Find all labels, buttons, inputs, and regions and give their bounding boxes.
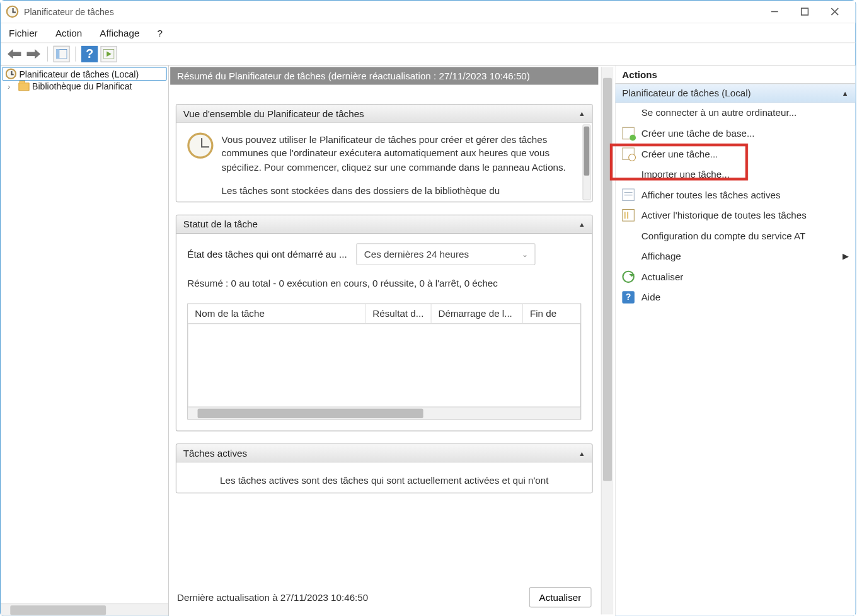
action-label: Configuration du compte du service AT	[641, 231, 806, 241]
table-body-empty	[188, 324, 580, 406]
actions-subheader[interactable]: Planificateur de tâches (Local) ▲	[616, 84, 856, 102]
action-view-submenu[interactable]: Affichage ▶	[616, 246, 856, 267]
overview-section-header[interactable]: Vue d'ensemble du Planificateur de tâche…	[176, 105, 592, 123]
menu-view[interactable]: Affichage	[97, 26, 142, 40]
last-refresh-label: Dernière actualisation à 27/11/2023 10:4…	[177, 592, 368, 603]
overview-text: Vous pouvez utiliser le Planificateur de…	[222, 132, 582, 174]
chevron-up-icon: ▲	[578, 220, 585, 228]
clock-icon	[6, 6, 19, 18]
summary-banner: Résumé du Planificateur de tâches (derni…	[170, 67, 598, 84]
toolbar: ?	[1, 42, 855, 65]
combo-value: Ces dernières 24 heures	[364, 249, 469, 260]
overview-title: Vue d'ensemble du Planificateur de tâche…	[183, 108, 364, 118]
chevron-down-icon: ⌄	[522, 250, 528, 259]
col-result[interactable]: Résultat d...	[365, 304, 431, 323]
toolbar-help-button[interactable]: ?	[81, 46, 98, 62]
title-bar: Planificateur de tâches	[1, 1, 855, 23]
document-wizard-icon	[622, 127, 635, 140]
menu-help[interactable]: ?	[154, 26, 165, 40]
chevron-right-icon: ▶	[843, 251, 849, 261]
action-refresh[interactable]: Actualiser	[616, 266, 856, 287]
overview-scrollbar[interactable]	[582, 124, 590, 200]
action-connect[interactable]: Se connecter à un autre ordinateur...	[616, 103, 856, 123]
tree-library[interactable]: › Bibliothèque du Planificat	[2, 81, 166, 92]
chevron-up-icon: ▲	[842, 89, 849, 97]
clock-icon	[6, 69, 16, 79]
svg-marker-5	[26, 49, 40, 59]
action-label: Aide	[641, 292, 660, 302]
status-section-header[interactable]: Statut de la tâche ▲	[176, 215, 592, 234]
col-end[interactable]: Fin de	[523, 304, 580, 323]
svg-rect-1	[802, 8, 808, 15]
toolbar-pane-button[interactable]	[54, 46, 70, 62]
svg-marker-9	[106, 51, 112, 57]
clock-icon	[187, 132, 213, 158]
toolbar-run-button[interactable]	[100, 46, 117, 62]
action-create-task[interactable]: Créer une tâche...	[616, 144, 856, 164]
status-summary: Résumé : 0 au total - 0 exécution en cou…	[187, 278, 581, 288]
menu-file[interactable]: Fichier	[6, 26, 40, 40]
action-import-task[interactable]: Importer une tâche...	[616, 164, 856, 185]
action-help[interactable]: Aide	[616, 287, 856, 308]
maximize-button[interactable]	[790, 1, 820, 22]
active-tasks-section: Tâches actives ▲ Les tâches actives sont…	[176, 443, 593, 493]
forward-button[interactable]	[25, 46, 42, 62]
back-button[interactable]	[6, 46, 23, 62]
actions-subtitle: Planificateur de tâches (Local)	[622, 88, 751, 98]
menu-action[interactable]: Action	[53, 26, 85, 40]
action-label: Afficher toutes les tâches actives	[641, 190, 781, 200]
tree-root[interactable]: Planificateur de tâches (Local)	[2, 67, 166, 81]
refresh-button[interactable]: Actualiser	[529, 587, 591, 608]
action-label: Affichage	[641, 251, 681, 261]
tree-library-label: Bibliothèque du Planificat	[32, 81, 132, 91]
action-at-config[interactable]: Configuration du compte du service AT	[616, 225, 856, 246]
chevron-right-icon: ›	[8, 82, 14, 91]
status-title: Statut de la tâche	[183, 219, 258, 229]
footer-row: Dernière actualisation à 27/11/2023 10:4…	[170, 581, 598, 614]
tree-root-label: Planificateur de tâches (Local)	[19, 69, 139, 79]
help-icon	[622, 291, 635, 304]
actions-pane: Actions Planificateur de tâches (Local) …	[614, 66, 855, 615]
history-icon	[622, 209, 635, 222]
active-title: Tâches actives	[183, 448, 247, 459]
overview-section: Vue d'ensemble du Planificateur de tâche…	[176, 104, 593, 202]
actions-header: Actions	[616, 66, 856, 84]
minimize-button[interactable]	[759, 1, 790, 22]
status-table: Nom de la tâche Résultat d... Démarrage …	[187, 304, 581, 419]
active-tasks-text: Les tâches actives sont des tâches qui s…	[176, 463, 592, 493]
svg-rect-7	[56, 49, 59, 59]
col-start[interactable]: Démarrage de l...	[432, 304, 523, 323]
tree-pane: Planificateur de tâches (Local) › Biblio…	[1, 66, 169, 615]
active-section-header[interactable]: Tâches actives ▲	[176, 444, 592, 462]
action-label: Importer une tâche...	[641, 169, 730, 180]
close-button[interactable]	[820, 1, 850, 22]
folder-icon	[18, 83, 29, 91]
refresh-icon	[622, 271, 635, 283]
action-label: Activer l'historique de toutes les tâche…	[641, 210, 807, 220]
tree-horizontal-scrollbar[interactable]	[1, 603, 168, 616]
toolbar-separator	[47, 47, 48, 62]
action-label: Créer une tâche...	[641, 148, 718, 159]
status-section: Statut de la tâche ▲ État des tâches qui…	[176, 215, 593, 431]
action-label: Créer une tâche de base...	[641, 128, 755, 139]
menu-bar: Fichier Action Affichage ?	[1, 23, 855, 42]
summary-pane: Résumé du Planificateur de tâches (derni…	[169, 66, 614, 615]
status-state-label: État des tâches qui ont démarré au ...	[187, 249, 347, 260]
action-label: Actualiser	[641, 271, 684, 282]
action-label: Se connecter à un autre ordinateur...	[641, 107, 797, 118]
col-name[interactable]: Nom de la tâche	[188, 304, 365, 323]
time-range-combo[interactable]: Ces dernières 24 heures ⌄	[357, 243, 536, 265]
action-show-all-active[interactable]: Afficher toutes les tâches actives	[616, 185, 856, 205]
table-icon	[622, 188, 635, 201]
document-clock-icon	[622, 147, 635, 160]
center-vertical-scrollbar[interactable]	[601, 67, 614, 614]
window-title: Planificateur de tâches	[24, 6, 114, 16]
action-enable-history[interactable]: Activer l'historique de toutes les tâche…	[616, 205, 856, 226]
chevron-up-icon: ▲	[578, 450, 585, 457]
action-create-basic-task[interactable]: Créer une tâche de base...	[616, 123, 856, 144]
table-horizontal-scrollbar[interactable]	[188, 407, 580, 419]
toolbar-separator	[75, 47, 76, 62]
svg-marker-4	[8, 49, 21, 59]
chevron-up-icon: ▲	[578, 110, 585, 117]
overview-text-truncated: Les tâches sont stockées dans des dossie…	[222, 184, 582, 198]
